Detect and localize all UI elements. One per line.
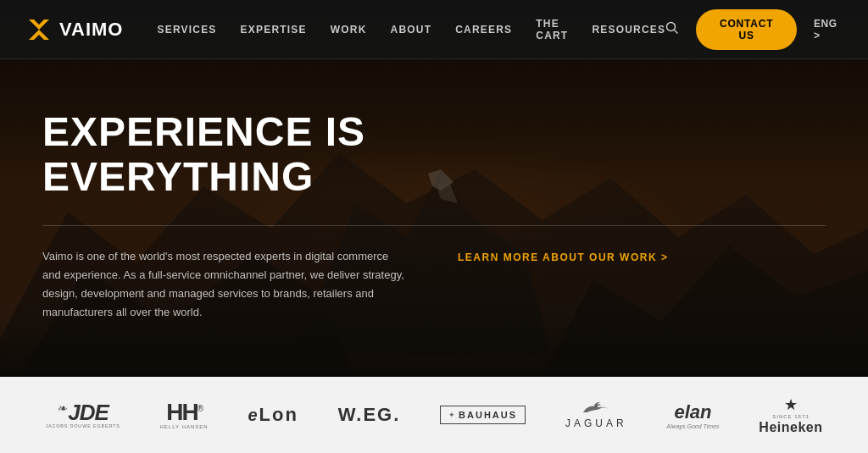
hero-title: EXPERIENCE IS EVERYTHING (42, 110, 381, 200)
logo-icon (25, 16, 53, 43)
hh-sub: HELLY HANSEN (160, 424, 209, 429)
logo[interactable]: VAIMO (25, 16, 123, 43)
jde-sub: JACOBS DOUWE EGBERTS (45, 423, 120, 428)
nav-right: CONTACT US ENG > (665, 9, 843, 50)
svg-point-11 (667, 22, 676, 30)
svg-line-12 (675, 30, 678, 33)
client-logo-elan: elan Always Good Times (666, 401, 719, 429)
client-logo-weg: W.EG. (338, 404, 401, 426)
client-logo-heineken: ★ since 1873 Heineken (759, 395, 822, 434)
svg-marker-10 (29, 19, 49, 40)
nav-services[interactable]: SERVICES (157, 24, 216, 36)
navbar: VAIMO SERVICES EXPERTISE WORK ABOUT CARE… (0, 0, 868, 59)
contact-button[interactable]: CONTACT US (696, 9, 797, 50)
nav-the-cart[interactable]: THE CART (536, 18, 568, 41)
client-logo-hh: HH® HELLY HANSEN (160, 401, 209, 429)
hero-divider (42, 225, 826, 226)
hero-title-line1: EXPERIENCE IS (42, 109, 365, 154)
hero-description: Vaimo is one of the world's most respect… (42, 247, 407, 322)
nav-expertise[interactable]: EXPERTISE (241, 24, 307, 36)
language-selector[interactable]: ENG > (814, 18, 843, 41)
client-logo-jde: ❧ JDE JACOBS DOUWE EGBERTS (45, 401, 120, 428)
nav-work[interactable]: WORK (331, 24, 367, 36)
client-logo-elon: eLon (248, 404, 298, 426)
nav-about[interactable]: ABOUT (391, 24, 432, 36)
hero-bottom: Vaimo is one of the world's most respect… (42, 247, 826, 322)
learn-more-link[interactable]: LEARN MORE ABOUT OUR WORK > (458, 251, 668, 263)
client-logo-bauhaus: ✦ BAUHAUS (440, 406, 526, 424)
nav-links: SERVICES EXPERTISE WORK ABOUT CAREERS TH… (157, 18, 665, 41)
nav-careers[interactable]: CAREERS (455, 24, 512, 36)
search-icon[interactable] (665, 21, 679, 38)
hero-title-line2: EVERYTHING (42, 154, 314, 199)
brand-name: VAIMO (59, 19, 123, 41)
logos-bar: ❧ JDE JACOBS DOUWE EGBERTS HH® HELLY HAN… (0, 377, 868, 453)
nav-resources[interactable]: RESOURCES (592, 24, 665, 36)
client-logo-jaguar: JAGUAR (565, 401, 627, 429)
jaguar-icon (579, 401, 613, 416)
